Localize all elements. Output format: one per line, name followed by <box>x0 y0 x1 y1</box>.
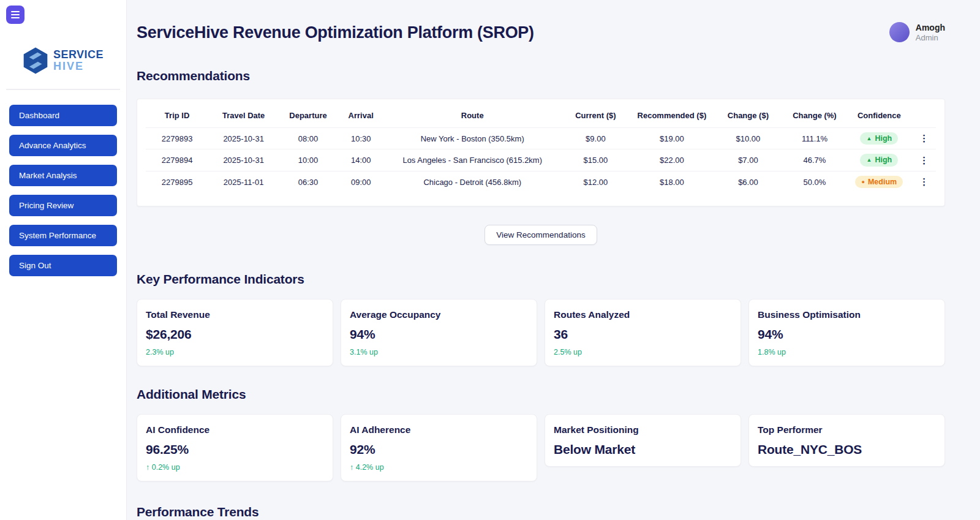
user-menu[interactable]: Amogh Admin <box>889 22 945 43</box>
kpi-card-routes-analyzed: Routes Analyzed 36 2.5% up <box>545 299 741 366</box>
row-kebab-menu-icon[interactable]: ⋮ <box>917 155 931 166</box>
cell-travel-date: 2025-10-31 <box>208 149 279 171</box>
card-change: ↑ 0.2% up <box>146 463 324 472</box>
card-value: 94% <box>350 327 528 342</box>
cell-recommended-price: $18.00 <box>631 171 713 192</box>
cell-travel-date: 2025-10-31 <box>208 127 279 149</box>
cell-recommended-price: $19.00 <box>631 127 713 149</box>
cell-arrival: 10:30 <box>337 127 385 149</box>
kpi-card-average-occupancy: Average Occupancy 94% 3.1% up <box>341 299 537 366</box>
hamburger-menu-button[interactable] <box>6 6 24 24</box>
table-row: 2279895 2025-11-01 06:30 09:00 Chicago -… <box>146 171 936 192</box>
card-value: $26,206 <box>146 327 324 342</box>
card-value: 92% <box>350 442 528 457</box>
sidebar-item-sign-out[interactable]: Sign Out <box>9 255 117 276</box>
confidence-badge: ● Medium <box>855 176 903 189</box>
confidence-level-icon: ● <box>861 179 864 185</box>
card-value: 94% <box>758 327 936 342</box>
avatar[interactable] <box>889 22 910 42</box>
confidence-badge: ▲ High <box>860 154 898 167</box>
cell-trip-id: 2279894 <box>146 149 208 171</box>
card-change: 1.8% up <box>758 348 936 356</box>
logo-line1: SERVICE <box>53 49 104 61</box>
metric-card-top-performer: Top Performer Route_NYC_BOS <box>748 414 945 467</box>
kpi-card-grid: Total Revenue $26,206 2.3% up Average Oc… <box>137 299 945 366</box>
sidebar-item-pricing-review[interactable]: Pricing Review <box>9 195 117 216</box>
card-title: Routes Analyzed <box>554 309 732 320</box>
cell-current-price: $15.00 <box>560 149 631 171</box>
row-kebab-menu-icon[interactable]: ⋮ <box>917 133 931 144</box>
sidebar-nav: Dashboard Advance Analytics Market Analy… <box>0 105 126 276</box>
cell-trip-id: 2279895 <box>146 171 208 192</box>
cell-row-menu: ⋮ <box>913 127 936 149</box>
cell-recommended-price: $22.00 <box>631 149 713 171</box>
cell-confidence: ▲ High <box>846 127 913 149</box>
hamburger-icon <box>11 14 20 15</box>
cell-confidence: ● Medium <box>846 171 913 192</box>
metric-card-market-positioning: Market Positioning Below Market <box>545 414 741 467</box>
confidence-label: High <box>875 156 892 164</box>
cell-change-usd: $10.00 <box>713 127 783 149</box>
card-value: Route_NYC_BOS <box>758 442 936 457</box>
sidebar-divider <box>6 89 120 90</box>
user-info: Amogh Admin <box>916 22 945 43</box>
sidebar-item-dashboard[interactable]: Dashboard <box>9 105 117 126</box>
view-recommendations-row: View Recommendations <box>137 225 945 245</box>
cell-current-price: $12.00 <box>560 171 631 192</box>
page-title: ServiceHive Revenue Optimization Platfor… <box>137 23 534 42</box>
user-role: Admin <box>916 33 945 43</box>
card-change: 2.5% up <box>554 348 732 356</box>
cell-row-menu: ⋮ <box>913 171 936 192</box>
table-header-cell <box>913 103 936 128</box>
cell-change-usd: $6.00 <box>713 171 783 192</box>
kpi-heading: Key Performance Indicators <box>137 272 945 287</box>
cell-travel-date: 2025-11-01 <box>208 171 279 192</box>
hamburger-icon <box>11 17 20 18</box>
cell-change-pct: 50.0% <box>783 171 846 192</box>
table-header-cell: Arrival <box>337 103 385 128</box>
sidebar-item-advance-analytics[interactable]: Advance Analytics <box>9 135 117 156</box>
card-title: Top Performer <box>758 424 936 435</box>
metric-card-ai-confidence: AI Confidence 96.25% ↑ 0.2% up <box>137 414 333 481</box>
kpi-card-total-revenue: Total Revenue $26,206 2.3% up <box>137 299 333 366</box>
card-value: Below Market <box>554 442 732 457</box>
table-header-cell: Route <box>385 103 560 128</box>
table-row: 2279893 2025-10-31 08:00 10:30 New York … <box>146 127 936 149</box>
table-header-cell: Change (%) <box>783 103 846 128</box>
recommendations-heading: Recommendations <box>137 69 945 83</box>
cell-departure: 08:00 <box>279 127 337 149</box>
sidebar-item-system-performance[interactable]: System Performance <box>9 225 117 246</box>
cell-arrival: 09:00 <box>337 171 385 192</box>
card-title: Business Optimisation <box>758 309 936 320</box>
hamburger-icon <box>11 11 20 12</box>
cell-change-usd: $7.00 <box>713 149 783 171</box>
card-title: AI Adherence <box>350 424 528 435</box>
cell-departure: 10:00 <box>279 149 337 171</box>
table-header-row: Trip ID Travel Date Departure Arrival Ro… <box>146 103 936 128</box>
cell-row-menu: ⋮ <box>913 149 936 171</box>
servicehive-hexagon-icon <box>23 46 48 75</box>
servicehive-logo: SERVICE HIVE <box>0 46 126 75</box>
logo-wordmark: SERVICE HIVE <box>53 49 104 72</box>
view-recommendations-button[interactable]: View Recommendations <box>484 225 597 245</box>
cell-change-pct: 111.1% <box>783 127 846 149</box>
table-header-cell: Current ($) <box>560 103 631 128</box>
cell-current-price: $9.00 <box>560 127 631 149</box>
row-kebab-menu-icon[interactable]: ⋮ <box>917 176 931 187</box>
recommendations-table-card: Trip ID Travel Date Departure Arrival Ro… <box>137 99 945 207</box>
sidebar-item-market-analysis[interactable]: Market Analysis <box>9 165 117 186</box>
table-header-cell: Recommended ($) <box>631 103 713 128</box>
table-header-cell: Departure <box>279 103 337 128</box>
main-content: ServiceHive Revenue Optimization Platfor… <box>127 0 980 520</box>
user-name: Amogh <box>916 22 945 33</box>
recommendations-table: Trip ID Travel Date Departure Arrival Ro… <box>146 103 936 193</box>
confidence-level-icon: ▲ <box>866 136 872 141</box>
card-title: Average Occupancy <box>350 309 528 320</box>
confidence-badge: ▲ High <box>860 132 898 145</box>
cell-confidence: ▲ High <box>846 149 913 171</box>
confidence-label: Medium <box>868 178 897 186</box>
performance-trends-heading: Performance Trends <box>137 505 945 519</box>
card-change: 3.1% up <box>350 348 528 356</box>
table-row: 2279894 2025-10-31 10:00 14:00 Los Angel… <box>146 149 936 171</box>
main-header: ServiceHive Revenue Optimization Platfor… <box>137 23 945 43</box>
